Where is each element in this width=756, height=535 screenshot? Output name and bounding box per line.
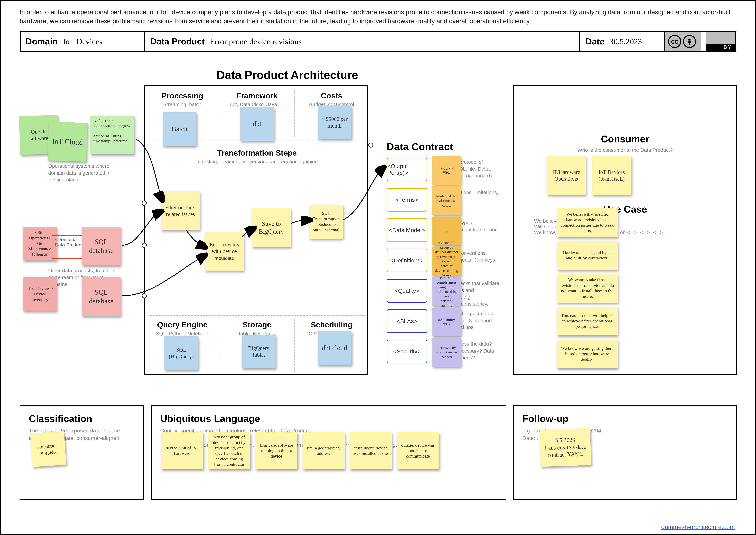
dc-note-4: accuracy and completeness might be influ…	[432, 277, 461, 306]
transform-s: Ingestion, cleaning, conversions, aggreg…	[145, 159, 369, 165]
framework-h: Framework	[220, 91, 294, 100]
dc-box-5: <SLAs>	[387, 309, 427, 333]
consumer-box: Consumer Who is the consumer of the Data…	[513, 85, 737, 375]
by-icon	[683, 35, 696, 48]
dc-box-3: <Definitions>	[387, 249, 427, 272]
date-value: 30.5.2023	[610, 37, 642, 46]
sticky-followup: 5.5.2023 Let's create a data contract YA…	[539, 428, 591, 467]
ulang-note-4: installment: device was installed at sit…	[350, 432, 392, 469]
ulang-note-2: firmware: software running on the iot de…	[255, 432, 297, 469]
sticky-sql-2: SQL database	[82, 277, 121, 316]
dc-note-5: availability 99%	[432, 308, 461, 336]
sticky-consumer-1: IT/Hardware Operations	[547, 156, 586, 195]
dc-box-4: <Quality>	[387, 279, 427, 302]
sticky-enrich: Enrich events with device metadata	[205, 232, 243, 270]
sticky-cost: ~ $5000 per month	[318, 105, 351, 139]
processing-h: Processing	[145, 91, 220, 100]
usecase-note-0: We believe that specific hardware revisi…	[557, 208, 618, 237]
connector-circle	[142, 243, 147, 248]
dc-title: Data Contract	[387, 141, 453, 153]
sticky-sched: dbt cloud	[318, 331, 351, 365]
transform-h: Transformation Steps	[145, 148, 369, 157]
connector-circle	[368, 143, 373, 148]
ulang-note-5: outage: device was not able to communica…	[397, 432, 439, 469]
product-value: Error prone device revisions	[210, 37, 302, 46]
usecase-note-3: This data product will help us to achiev…	[557, 307, 618, 335]
dc-note-0: BigQuery View	[432, 156, 461, 184]
connector-circle	[142, 293, 147, 298]
by-text: BY	[706, 44, 736, 50]
sticky-kafka: Kafka Topic <Connection Outages> device_…	[90, 116, 134, 154]
footer-link[interactable]: datamesh-architecture.com	[661, 523, 735, 531]
product-label: Data Product	[150, 36, 205, 46]
usecase-note-4: We know we are getting there based on be…	[557, 340, 618, 368]
date-label: Date	[586, 36, 604, 46]
usecase-title: Use Case	[514, 204, 736, 215]
sticky-qe: SQL (BigQuery)	[164, 336, 198, 370]
sched-h: Scheduling	[294, 320, 369, 329]
dc-box-0: <Output Port(s)>	[387, 158, 427, 181]
title-bar: Domain IoT Devices Data Product Error pr…	[19, 31, 737, 51]
sticky-batch: Batch	[163, 112, 196, 146]
arch-title: Data Product Architecture	[217, 69, 358, 81]
sticky-iot-cloud: IoT Cloud	[47, 122, 88, 162]
dc-note-1: Analytical. No real-time use-cases.	[432, 186, 461, 215]
sticky-storage: BigQuery Tables	[242, 335, 276, 368]
usecase-note-2: We want to take those revisions out of s…	[557, 274, 618, 302]
canvas-page: In order to enhance operational performa…	[0, 0, 756, 535]
query-h: Query Engine	[145, 320, 220, 329]
sticky-sqltrans: SQL Transformation (Reduce to output sch…	[309, 205, 343, 239]
query-s: SQL, Python, Notebook	[145, 331, 220, 336]
ulang-note-1: revision: group of devices distinct by r…	[208, 432, 250, 469]
ulang-title: Ubiquitous Language	[160, 413, 497, 424]
sticky-save: Save to BigQuery	[252, 208, 291, 247]
domain-value: IoT Devices	[63, 37, 102, 46]
domain-label: Domain	[26, 36, 58, 46]
ulang-note-0: device: unit of IoT hardware	[161, 432, 203, 469]
framework-s: dbt, Databricks, Java, ...	[220, 101, 294, 107]
ulang-note-3: site: a geographical address	[302, 432, 345, 469]
consumer-sub: Who is the consumer of the Data Product?	[514, 147, 736, 153]
sticky-consumer-2: IoT Devices (team itself)	[592, 156, 631, 195]
connector-circle	[142, 201, 147, 206]
sticky-classification: consumer-aligned	[30, 431, 66, 467]
dc-note-3: revision_id: group of devices distinct b…	[432, 247, 461, 276]
costs-h: Costs	[294, 91, 369, 100]
dc-box-1: <Terms>	[387, 188, 427, 211]
sticky-sql-1: SQL database	[82, 227, 121, 266]
svg-point-0	[688, 39, 691, 41]
dc-note-6: Approval by product owner needed	[432, 338, 461, 367]
dc-box-6: <Security>	[387, 340, 427, 363]
storage-h: Storage	[220, 320, 294, 329]
sticky-iot-devices: <IoT Devices> Device Inventory	[23, 277, 57, 311]
usecase-note-1: Hardware is designed by us and built by …	[557, 241, 618, 270]
sticky-dbt: dbt	[240, 107, 274, 141]
dc-box-2: <Data Model>	[387, 218, 427, 242]
domain-dp-text: <Domain> Data Product	[55, 237, 82, 248]
caption-operational: Operational systems where domain data is…	[48, 163, 119, 183]
intro-text: In order to enhance operational performa…	[19, 8, 737, 26]
classification-title: Classification	[29, 413, 135, 424]
processing-s: Streaming, batch	[145, 101, 220, 107]
consumer-title: Consumer	[514, 133, 736, 145]
sticky-filter: Filter out site-related issues	[161, 191, 200, 230]
cc-badge: cc BY	[665, 32, 736, 50]
followup-title: Follow-up	[522, 413, 728, 424]
cc-icon: cc	[668, 35, 681, 48]
